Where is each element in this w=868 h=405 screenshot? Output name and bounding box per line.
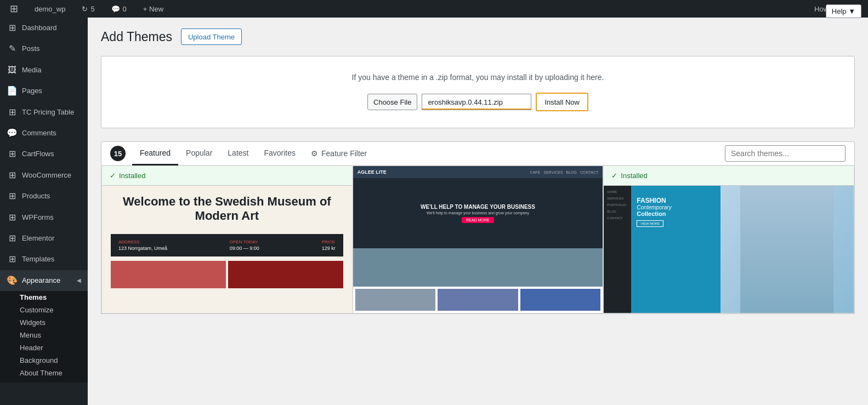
sidebar-sub-header[interactable]: Header <box>0 341 88 354</box>
products-icon: ⊞ <box>7 190 18 202</box>
help-button[interactable]: Help ▼ <box>826 18 861 18</box>
theme2-preview: AGLEE LITE CAFÉ SERVICES BLOG CONTACT WE… <box>353 166 603 313</box>
sidebar-label-tc-pricing: TC Pricing Table <box>22 107 74 117</box>
sidebar-item-pages[interactable]: 📄 Pages <box>0 81 88 101</box>
theme2-nav-logo: AGLEE LITE <box>358 169 387 175</box>
tab-latest[interactable]: Latest <box>220 142 256 166</box>
sidebar-sub-menus[interactable]: Menus <box>0 329 88 341</box>
theme1-price: PRICE 129 kr <box>322 239 336 251</box>
tab-feature-filter[interactable]: ⚙ Feature Filter <box>303 142 375 164</box>
wp-logo-item[interactable]: ⊞ <box>5 0 22 18</box>
theme2-thumb2 <box>438 289 518 311</box>
file-input-row: Choose File eroshiksavp.0.44.11.zip Inst… <box>112 93 843 111</box>
theme2-hero-overlay: WE'LL HELP TO MANAGE YOUR BUSINESS We'll… <box>353 178 603 248</box>
sidebar-sub-customize[interactable]: Customize <box>0 304 88 316</box>
site-name-item[interactable]: demo_wp <box>30 0 70 18</box>
sidebar-label-wpforms: WPForms <box>22 213 54 223</box>
theme2-thumb1 <box>355 289 436 311</box>
theme2-nav-contact: CONTACT <box>580 170 598 174</box>
wp-logo-icon: ⊞ <box>10 3 18 15</box>
sidebar-sub-about-theme[interactable]: About Theme <box>0 367 88 379</box>
sidebar-item-woocommerce[interactable]: ⊞ WooCommerce <box>0 165 88 186</box>
installed-check-1: ✓ <box>110 172 116 180</box>
theme1-price-value: 129 kr <box>322 246 336 251</box>
sidebar-item-dashboard[interactable]: ⊞ Dashboard <box>0 18 88 38</box>
sidebar-item-elementor[interactable]: ⊞ Elementor <box>0 228 88 249</box>
theme-card-1: ✓ Installed Welcome to the Swedish Museu… <box>101 166 353 313</box>
sidebar-label-posts: Posts <box>22 44 40 54</box>
theme1-images <box>111 261 343 288</box>
sidebar-label-products: Products <box>22 191 50 201</box>
woocommerce-icon: ⊞ <box>7 169 18 181</box>
file-underline <box>422 109 531 110</box>
posts-icon: ✎ <box>7 43 18 55</box>
new-label: + New <box>143 5 163 13</box>
theme1-title: Welcome to the Swedish Museum of Modern … <box>111 195 343 223</box>
choose-file-button[interactable]: Choose File <box>367 94 417 110</box>
tab-popular[interactable]: Popular <box>178 142 220 166</box>
admin-bar-left: ⊞ demo_wp ↻ 5 💬 0 + New <box>5 0 810 18</box>
sidebar-item-comments[interactable]: 💬 Comments <box>0 123 88 144</box>
sidebar-label-elementor: Elementor <box>22 233 54 243</box>
theme3-nav-contact: CONTACT <box>607 216 628 220</box>
theme3-contemporary-text: Contemporary <box>637 204 671 210</box>
upload-hint: If you have a theme in a .zip format, yo… <box>112 73 843 82</box>
sidebar-label-woocommerce: WooCommerce <box>22 170 71 180</box>
new-item[interactable]: + New <box>139 0 168 18</box>
file-name-text: eroshiksavp.0.44.11.zip <box>428 98 503 106</box>
sidebar-item-posts[interactable]: ✎ Posts <box>0 38 88 59</box>
theme1-info-bar: ADDRESS 123 Norrgatam, Umeå OPEN TODAY 0… <box>111 234 343 256</box>
updates-item[interactable]: ↻ 5 <box>77 0 99 18</box>
theme2-nav-blog: BLOG <box>566 170 577 174</box>
theme-card-2: AGLEE LITE CAFÉ SERVICES BLOG CONTACT WE… <box>353 166 604 313</box>
theme3-nav-portfolio: PORTFOLIO <box>607 203 628 207</box>
theme3-model <box>721 186 854 313</box>
theme1-address: ADDRESS 123 Norrgatam, Umeå <box>118 239 167 251</box>
tab-featured[interactable]: Featured <box>132 142 178 166</box>
upload-area: If you have a theme in a .zip format, yo… <box>101 56 855 128</box>
sidebar-label-appearance: Appearance <box>22 276 60 286</box>
cartflows-icon: ⊞ <box>7 148 18 160</box>
sidebar-label-dashboard: Dashboard <box>22 23 57 33</box>
tab-favorites[interactable]: Favorites <box>256 142 303 166</box>
sidebar-item-wpforms[interactable]: ⊞ WPForms <box>0 207 88 228</box>
sidebar-label-cartflows: CartFlows <box>22 149 54 159</box>
installed-bar-3: ✓ Installed <box>604 166 854 186</box>
sidebar-item-cartflows[interactable]: ⊞ CartFlows <box>0 144 88 164</box>
install-now-button[interactable]: Install Now <box>536 93 588 111</box>
sidebar-sub-widgets[interactable]: Widgets <box>0 316 88 329</box>
theme2-nav-cafe: CAFÉ <box>530 170 541 174</box>
upload-theme-button[interactable]: Upload Theme <box>181 28 242 45</box>
sidebar-item-products[interactable]: ⊞ Products <box>0 186 88 207</box>
comments-icon: 💬 <box>111 5 120 13</box>
theme3-text-overlay: FASHION Contemporary Collection VIEW MOR… <box>637 197 671 227</box>
theme-card-3: ✓ Installed HOME SERVICES PORTFOLIO BLOG… <box>603 166 854 313</box>
sidebar-sub-themes[interactable]: Themes <box>0 291 88 304</box>
appearance-sub-group: Themes Customize Widgets Menus Header Ba… <box>0 291 88 383</box>
theme1-img2 <box>228 261 343 288</box>
sidebar-item-tc-pricing-table[interactable]: ⊞ TC Pricing Table <box>0 102 88 123</box>
sidebar-item-media[interactable]: 🖼 Media <box>0 60 88 81</box>
theme1-address-label: ADDRESS <box>118 239 167 244</box>
sidebar-item-templates[interactable]: ⊞ Templates <box>0 249 88 270</box>
theme1-open: OPEN TODAY 09:00 — 9:00 <box>230 239 259 251</box>
theme2-cta-btn: READ MORE <box>462 217 493 223</box>
search-themes-input[interactable] <box>725 145 846 162</box>
themes-count-badge: 15 <box>110 146 126 161</box>
sidebar-label-media: Media <box>22 65 41 75</box>
theme3-model-img <box>740 186 833 313</box>
sidebar-item-appearance[interactable]: 🎨 Appearance ◀ <box>0 270 88 291</box>
sidebar-label-pages: Pages <box>22 86 42 96</box>
theme3-main: FASHION Contemporary Collection VIEW MOR… <box>631 186 854 313</box>
appearance-icon: 🎨 <box>7 275 18 287</box>
themes-tabs-bar: 15 Featured Popular Latest Favorites ⚙ F… <box>101 141 855 165</box>
comments-count: 0 <box>123 5 127 13</box>
media-icon: 🖼 <box>7 64 18 76</box>
sidebar-sub-background[interactable]: Background <box>0 354 88 367</box>
sidebar: ⊞ Dashboard ✎ Posts 🖼 Media 📄 Pages ⊞ TC… <box>0 18 88 405</box>
theme1-open-value: 09:00 — 9:00 <box>230 246 259 251</box>
tc-pricing-icon: ⊞ <box>7 106 18 118</box>
theme3-view-more-btn[interactable]: VIEW MORE <box>637 220 663 227</box>
layout: ⊞ Dashboard ✎ Posts 🖼 Media 📄 Pages ⊞ TC… <box>0 18 868 405</box>
comments-item[interactable]: 💬 0 <box>107 0 131 18</box>
